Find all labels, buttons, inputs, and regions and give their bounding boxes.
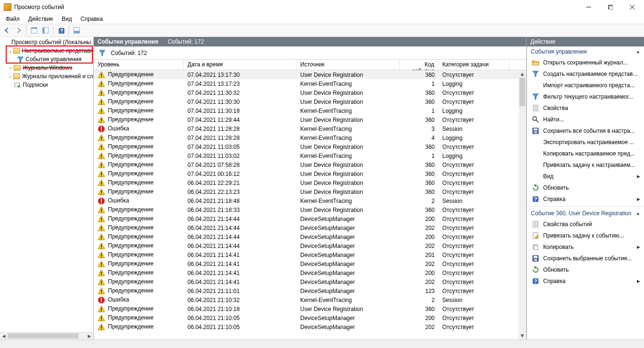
col-date[interactable]: Дата и время bbox=[184, 60, 296, 70]
table-row[interactable]: Предупреждение07.04.2021 13:17:23Kernel-… bbox=[94, 79, 519, 88]
expand-icon[interactable]: › bbox=[8, 74, 13, 79]
action-label: Привязать задачу к событию... bbox=[543, 232, 624, 239]
scroll-up-icon[interactable]: ▲ bbox=[519, 70, 526, 78]
table-row[interactable]: Предупреждение07.04.2021 11:03:05User De… bbox=[94, 142, 519, 151]
action-item[interactable]: Найти... bbox=[527, 114, 644, 125]
table-row[interactable]: Предупреждение06.04.2021 21:14:44DeviceS… bbox=[94, 214, 519, 223]
forward-button[interactable] bbox=[13, 25, 24, 36]
table-row[interactable]: Предупреждение07.04.2021 11:30:18Kernel-… bbox=[94, 106, 519, 115]
table-row[interactable]: Ошибка07.04.2021 11:28:28Kernel-EventTra… bbox=[94, 124, 519, 133]
table-row[interactable]: Предупреждение06.04.2021 21:14:44DeviceS… bbox=[94, 241, 519, 250]
action-item[interactable]: Привязать задачу к настраиваем... bbox=[527, 159, 644, 171]
expand-icon[interactable]: › bbox=[8, 65, 13, 71]
menu-help[interactable]: Справка bbox=[77, 15, 107, 23]
table-row[interactable]: Предупреждение06.04.2021 21:10:18User De… bbox=[94, 304, 519, 313]
action-item[interactable]: Свойства bbox=[527, 102, 644, 114]
action-item[interactable]: Копировать настраиваемое пред... bbox=[527, 148, 644, 159]
scroll-track[interactable] bbox=[519, 106, 526, 332]
scroll-left-icon[interactable]: ◄ bbox=[0, 332, 8, 339]
table-row[interactable]: Предупреждение06.04.2021 21:14:41DeviceS… bbox=[94, 259, 519, 268]
menu-view[interactable]: Вид bbox=[58, 15, 76, 23]
tree-subscriptions[interactable]: Подписки bbox=[0, 81, 93, 89]
table-row[interactable]: Предупреждение06.04.2021 21:14:44DeviceS… bbox=[94, 232, 519, 241]
table-row[interactable]: Предупреждение06.04.2021 21:14:41DeviceS… bbox=[94, 250, 519, 259]
toolbar-option1[interactable] bbox=[29, 25, 39, 36]
toolbar bbox=[0, 24, 644, 37]
find-icon bbox=[532, 116, 539, 123]
funnel-icon[interactable] bbox=[98, 49, 106, 57]
svg-rect-26 bbox=[31, 27, 37, 29]
action-item[interactable]: Создать настраиваемое представ... bbox=[527, 68, 644, 80]
table-row[interactable]: Предупреждение06.04.2021 22:13:23User De… bbox=[94, 187, 519, 196]
toolbar-option3[interactable] bbox=[72, 25, 82, 36]
warning-icon bbox=[98, 179, 105, 187]
action-item[interactable]: Обновить bbox=[527, 182, 644, 193]
table-row[interactable]: Предупреждение06.04.2021 21:14:44DeviceS… bbox=[94, 223, 519, 232]
action-item[interactable]: Сохранить все события в настра... bbox=[527, 125, 644, 137]
grid-body[interactable]: Предупреждение07.04.2021 13:17:30User De… bbox=[94, 70, 519, 339]
warning-icon bbox=[98, 89, 105, 97]
tree-root[interactable]: Просмотр событий (Локальны bbox=[0, 38, 93, 46]
scroll-thumb[interactable] bbox=[519, 78, 525, 106]
maximize-button[interactable] bbox=[599, 0, 621, 14]
nav-tree: Просмотр событий (Локальны ⌄ Настраиваем… bbox=[0, 37, 94, 339]
toolbar-option2[interactable] bbox=[40, 25, 51, 36]
tree-hscrollbar[interactable]: ◄ ► bbox=[0, 332, 93, 339]
svg-rect-30 bbox=[74, 31, 80, 33]
table-row[interactable]: Ошибка06.04.2021 21:18:48Kernel-EventTra… bbox=[94, 196, 519, 205]
scroll-right-icon[interactable]: ► bbox=[86, 332, 93, 339]
table-row[interactable]: Предупреждение06.04.2021 21:14:41DeviceS… bbox=[94, 277, 519, 286]
close-button[interactable] bbox=[621, 0, 643, 14]
action-item[interactable]: Вид▶ bbox=[527, 171, 644, 182]
action-item[interactable]: Копировать▶ bbox=[527, 241, 644, 253]
table-row[interactable]: Предупреждение06.04.2021 22:29:21User De… bbox=[94, 178, 519, 187]
action-item[interactable]: Импорт настраиваемого предста... bbox=[527, 80, 644, 91]
table-row[interactable]: Предупреждение07.04.2021 11:03:02Kernel-… bbox=[94, 151, 519, 160]
action-item[interactable]: Справка▶ bbox=[527, 275, 644, 287]
action-item[interactable]: Обновить bbox=[527, 264, 644, 275]
table-row[interactable]: Предупреждение06.04.2021 21:10:05DeviceS… bbox=[94, 322, 519, 331]
scroll-down-icon[interactable]: ▼ bbox=[519, 332, 526, 339]
tree-windows-logs[interactable]: › Журналы Windows bbox=[0, 64, 93, 72]
table-row[interactable]: Предупреждение07.04.2021 11:30:30User De… bbox=[94, 97, 519, 106]
table-row[interactable]: Ошибка06.04.2021 21:10:32Kernel-EventTra… bbox=[94, 295, 519, 304]
table-row[interactable]: Предупреждение07.04.2021 00:16:12User De… bbox=[94, 169, 519, 178]
col-source[interactable]: Источник bbox=[296, 60, 400, 70]
minimize-button[interactable] bbox=[578, 0, 599, 14]
collapse-icon[interactable]: ⌄ bbox=[8, 48, 13, 54]
table-row[interactable]: Предупреждение06.04.2021 21:11:01DeviceS… bbox=[94, 286, 519, 295]
table-row[interactable]: Предупреждение07.04.2021 11:28:28Kernel-… bbox=[94, 133, 519, 142]
none-icon bbox=[532, 150, 539, 157]
action-item[interactable]: Открыть сохраненный журнал... bbox=[527, 57, 644, 68]
table-row[interactable]: Предупреждение06.04.2021 21:10:05DeviceS… bbox=[94, 313, 519, 322]
toolbar-help[interactable] bbox=[56, 25, 66, 36]
col-id[interactable]: Код события bbox=[400, 60, 438, 70]
table-row[interactable]: Предупреждение07.04.2021 13:17:30User De… bbox=[94, 70, 519, 79]
grid-vscrollbar[interactable]: ▲ ▼ bbox=[519, 70, 526, 339]
back-button[interactable] bbox=[2, 25, 12, 36]
scroll-track[interactable] bbox=[79, 332, 86, 339]
action-item[interactable]: Сохранить выбранные события... bbox=[527, 253, 644, 264]
col-level[interactable]: Уровень bbox=[94, 60, 184, 70]
col-category[interactable]: Категория задачи bbox=[438, 60, 510, 70]
tree-custom-views[interactable]: ⌄ Настраиваемые представл bbox=[0, 46, 93, 55]
table-row[interactable]: Предупреждение06.04.2021 21:18:33User De… bbox=[94, 205, 519, 214]
table-row[interactable]: Предупреждение07.04.2021 07:58:28User De… bbox=[94, 160, 519, 169]
action-item[interactable]: Экспортировать настраиваемое ... bbox=[527, 137, 644, 148]
table-row[interactable]: Предупреждение07.04.2021 11:29:44User De… bbox=[94, 115, 519, 124]
menu-file[interactable]: Файл bbox=[2, 15, 24, 23]
scroll-thumb[interactable] bbox=[8, 333, 79, 339]
collapse-icon[interactable]: ▲ bbox=[636, 211, 640, 216]
collapse-icon[interactable]: ▲ bbox=[636, 49, 640, 54]
table-row[interactable]: Предупреждение06.04.2021 21:14:41DeviceS… bbox=[94, 268, 519, 277]
action-label: Привязать задачу к настраиваем... bbox=[543, 162, 635, 168]
table-row[interactable]: Предупреждение07.04.2021 11:30:32User De… bbox=[94, 88, 519, 97]
action-item[interactable]: Справка▶ bbox=[527, 193, 644, 205]
tree-admin-events[interactable]: События управления bbox=[0, 55, 93, 64]
action-item[interactable]: Привязать задачу к событию... bbox=[527, 230, 644, 241]
menu-action[interactable]: Действие bbox=[25, 15, 57, 23]
tree-app-logs[interactable]: › Журналы приложений и сл bbox=[0, 72, 93, 81]
action-item[interactable]: Фильтр текущего настраиваемог... bbox=[527, 91, 644, 102]
action-item[interactable]: Свойства событий bbox=[527, 219, 644, 230]
tree-applogs-label: Журналы приложений и сл bbox=[22, 73, 93, 80]
